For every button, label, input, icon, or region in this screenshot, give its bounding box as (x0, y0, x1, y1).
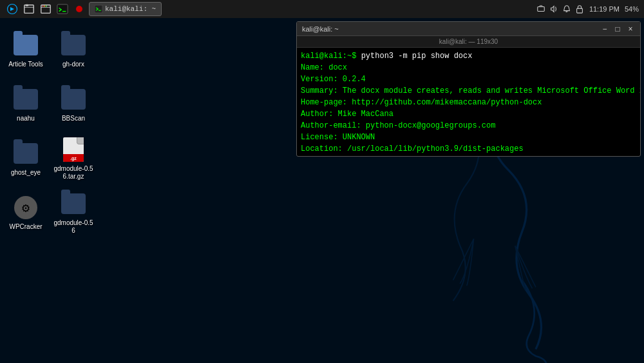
wpcracker-gear-icon: ⚙ (14, 196, 37, 219)
term-license: License: UNKNOWN (301, 133, 375, 142)
naahu-folder (14, 89, 38, 110)
speaker-icon (549, 5, 558, 14)
svg-rect-7 (57, 5, 68, 14)
desktop-icon-gdmodule[interactable]: gdmodule-0.56 (51, 187, 96, 239)
terminal-minimize-btn[interactable]: − (600, 25, 609, 34)
terminal-line-2: Name: docx (301, 62, 636, 74)
desktop-icon-wpcracker[interactable]: ⚙ WPCracker (3, 187, 48, 239)
terminal-line-8: License: UNKNOWN (301, 132, 636, 143)
terminal-window[interactable]: kali@kali: ~ − □ × kali@kali: — 119x30 k… (296, 21, 641, 157)
taskbar-right: 11:19 PM 54% (536, 5, 639, 14)
battery: 54% (625, 5, 639, 13)
svg-point-5 (44, 6, 45, 7)
wpcracker-label: WPCracker (9, 223, 42, 231)
terminal-subtitle-text: kali@kali: — 119x30 (439, 38, 498, 45)
terminal-line-6: Author: Mike MacCana (301, 108, 636, 120)
svg-rect-1 (24, 5, 33, 14)
gdmodule-folder (61, 193, 86, 214)
desktop-icon-gdmodule-tar[interactable]: .gz gdmodule-0.56.tar.gz (51, 133, 96, 184)
term-location: Location: /usr/local/lib/python3.9/dist-… (301, 144, 524, 153)
ghost-eye-folder (14, 143, 38, 164)
term-homepage: Home-page: http://github.com/mikemaccana… (301, 98, 542, 107)
terminal-line-9: Location: /usr/local/lib/python3.9/dist-… (301, 143, 636, 155)
active-app-label: kali@kali: ~ (105, 5, 156, 13)
terminal-titlebar: kali@kali: ~ − □ × (297, 22, 640, 36)
term-name: Name: docx (301, 63, 347, 72)
svg-point-4 (43, 6, 44, 7)
article-tools-label: Article Tools (8, 61, 43, 68)
wpcracker-icon-img: ⚙ (13, 195, 39, 221)
desktop-icon-ghost-eye[interactable]: ghost_eye (3, 133, 48, 184)
term-version: Version: 0.2.4 (301, 75, 366, 84)
bbscan-label: BBScan (62, 115, 85, 123)
term-summary: Summary: The docx module creates, reads … (301, 86, 640, 95)
svg-rect-2 (26, 5, 29, 6)
gh-dorx-label: gh-dorx (62, 61, 84, 68)
red-indicator (72, 2, 86, 16)
terminal-title-text: kali@kali: ~ (302, 25, 339, 33)
terminal-icon[interactable] (55, 2, 70, 16)
gh-dorx-folder (61, 35, 86, 55)
browser-icon[interactable] (39, 2, 53, 16)
desktop-icon-naahu[interactable]: naahu (3, 79, 48, 130)
bbscan-folder (61, 89, 86, 110)
files-icon[interactable] (22, 2, 36, 16)
svg-point-6 (46, 6, 47, 7)
lock-icon (575, 5, 584, 14)
term-cmd-1: python3 -m pip show docx (361, 52, 473, 61)
terminal-line-5: Home-page: http://github.com/mikemaccana… (301, 97, 636, 108)
terminal-line-7: Author-email: python-docx@googlegroups.c… (301, 120, 636, 132)
terminal-line-4: Summary: The docx module creates, reads … (301, 85, 636, 97)
desktop-icon-article-tools[interactable]: Article Tools (3, 25, 48, 76)
term-author: Author: Mike MacCana (301, 110, 393, 119)
article-tools-icon-img (13, 32, 39, 58)
terminal-body[interactable]: kali@kali:~$ python3 -m pip show docx Na… (297, 48, 640, 156)
terminal-subtitle: kali@kali: — 119x30 (297, 36, 640, 48)
tray-icons (536, 5, 584, 14)
ghost-eye-label: ghost_eye (11, 169, 41, 177)
terminal-line-3: Version: 0.2.4 (301, 74, 636, 85)
svg-rect-9 (538, 7, 545, 12)
terminal-line-10: Requires: lxml, Pillow (301, 155, 636, 156)
term-prompt-1: kali@kali:~$ (301, 52, 361, 61)
gdmodule-icon-img (61, 191, 86, 217)
article-tools-folder (14, 35, 38, 55)
gh-dorx-icon-img (61, 32, 86, 58)
naahu-label: naahu (17, 115, 35, 123)
term-author-email: Author-email: python-docx@googlegroups.c… (301, 121, 495, 130)
taskbar: kali@kali: ~ 11:19 (0, 0, 644, 18)
desktop-icon-gh-dorx[interactable]: gh-dorx (51, 25, 96, 76)
gdmodule-tar-icon-img: .gz (61, 137, 86, 162)
terminal-maximize-btn[interactable]: □ (613, 25, 622, 34)
terminal-line-1: kali@kali:~$ python3 -m pip show docx (301, 50, 636, 62)
bbscan-icon-img (61, 86, 86, 112)
file-badge: .gz (63, 154, 84, 162)
desktop: kali@kali: ~ − □ × kali@kali: — 119x30 k… (0, 18, 644, 363)
network-icon (536, 5, 545, 14)
gdmodule-tar-label: gdmodule-0.56.tar.gz (53, 165, 93, 181)
desktop-icons-container: Article Tools gh-dorx naahu BBScan (3, 25, 96, 293)
terminal-close-btn[interactable]: × (626, 25, 635, 34)
gdmodule-label: gdmodule-0.56 (53, 219, 93, 235)
desktop-icon-bbscan[interactable]: BBScan (51, 79, 96, 130)
naahu-icon-img (13, 86, 39, 112)
active-terminal-app[interactable]: kali@kali: ~ (89, 2, 162, 16)
clock: 11:19 PM (589, 5, 620, 13)
taskbar-left: kali@kali: ~ (5, 2, 162, 16)
notification-icon (562, 5, 571, 14)
ghost-eye-icon-img (13, 141, 39, 166)
gdmodule-tar-file: .gz (63, 137, 84, 162)
terminal-controls: − □ × (600, 25, 635, 34)
kali-menu-icon[interactable] (5, 2, 19, 16)
svg-rect-10 (577, 8, 583, 13)
